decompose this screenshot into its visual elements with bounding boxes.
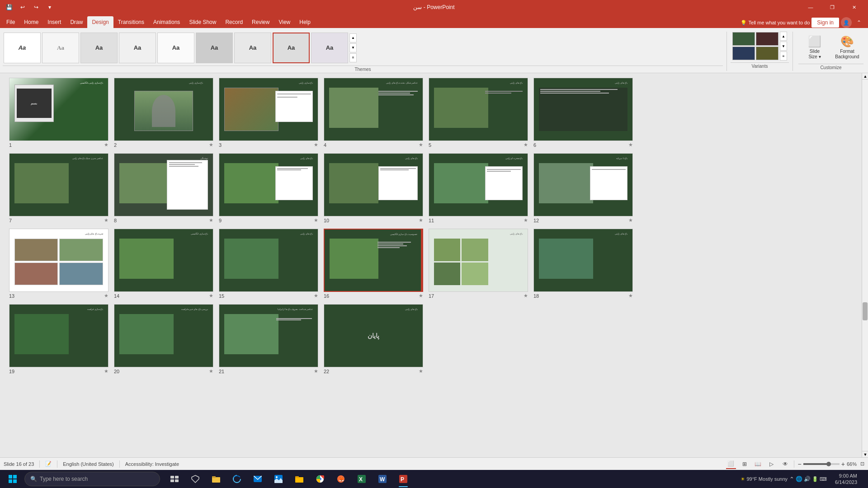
pin-button[interactable]: ▾: [44, 2, 55, 13]
tab-view[interactable]: View: [274, 16, 295, 28]
presenter-view-button[interactable]: 👁: [780, 459, 790, 469]
themes-scroll-down[interactable]: ▼: [349, 43, 357, 52]
start-button[interactable]: [2, 470, 24, 488]
variant-3[interactable]: [732, 47, 755, 60]
fit-slide-button[interactable]: ⊡: [860, 461, 864, 467]
scroll-down-button[interactable]: ▼: [862, 451, 868, 457]
folder-button[interactable]: [289, 470, 309, 488]
slide-image-11[interactable]: باغ صخره ای ژاپنی: [429, 153, 528, 216]
slide-image-12[interactable]: باغ تا دیرپایه: [533, 153, 633, 216]
tab-transitions[interactable]: Transitions: [113, 16, 149, 28]
slide-image-15[interactable]: باغ های ژاپنی: [219, 229, 318, 292]
slide-thumb-5[interactable]: باغ های ژاپنی 5 ★: [429, 78, 528, 148]
slide-thumb-15[interactable]: باغ های ژاپنی 15 ★: [219, 229, 318, 299]
clock-display[interactable]: 9:00 AM 6/14/2023: [832, 472, 860, 487]
variants-scroll-more[interactable]: ≡: [780, 52, 787, 61]
zoom-slider[interactable]: [803, 463, 840, 465]
slide-thumb-4[interactable]: عناصر شکل دهنده باغ های ژاپنی 4 ★: [324, 78, 423, 148]
tab-home[interactable]: Home: [19, 16, 43, 28]
minimize-button[interactable]: —: [800, 0, 821, 14]
slide-image-6[interactable]: باغ های ژاپنی: [533, 78, 633, 141]
reading-view-button[interactable]: 📖: [753, 459, 763, 469]
slide-panel[interactable]: بسم باغ سازی ژاپنی بانگلیسی 1 ★ باغ سازی…: [0, 73, 862, 457]
slide-thumb-11[interactable]: باغ صخره ای ژاپنی 11 ★: [429, 153, 528, 223]
slide-thumb-2[interactable]: باغ سازی ژاپنی 2 ★: [114, 78, 213, 148]
save-button[interactable]: 💾: [4, 2, 14, 13]
slide-thumb-21[interactable]: عناصر شناخت معروف باغ ها از ایرانیا 21 ★: [219, 304, 318, 374]
app9-button[interactable]: 🦊: [331, 470, 351, 488]
tab-insert[interactable]: Insert: [43, 16, 66, 28]
chrome-button[interactable]: [310, 470, 330, 488]
slide-thumb-14[interactable]: باغ سازی انگلیسی 14 ★: [114, 229, 213, 299]
taskview-button[interactable]: [165, 470, 184, 488]
tab-design[interactable]: Design: [87, 16, 113, 28]
slide-thumb-12[interactable]: باغ تا دیرپایه 12 ★: [533, 153, 633, 223]
slide-image-13[interactable]: تجربه باغ های ژاپنی: [9, 229, 108, 292]
keyboard-icon[interactable]: ⌨: [820, 476, 827, 482]
slide-thumb-6[interactable]: باغ های ژاپنی 6 ★: [533, 78, 633, 148]
sign-in-button[interactable]: Sign in: [811, 18, 839, 28]
theme-item-8[interactable]: Aa: [273, 33, 310, 63]
zoom-in-button[interactable]: +: [841, 460, 845, 468]
tab-file[interactable]: File: [2, 16, 19, 28]
slide-image-17[interactable]: باغ های ژاپنی: [429, 229, 528, 292]
restore-button[interactable]: ❐: [822, 0, 843, 14]
tab-draw[interactable]: Draw: [66, 16, 87, 28]
slide-thumb-7[interactable]: عناصر مدرن سبک باغ های ژاپنی 7 ★: [9, 153, 108, 223]
theme-item-4[interactable]: Aa: [119, 33, 156, 63]
theme-item-2[interactable]: Aa: [42, 33, 79, 63]
variant-4[interactable]: [756, 47, 778, 60]
theme-item-5[interactable]: Aa: [157, 33, 194, 63]
slide-thumb-10[interactable]: باغ های ژاپنی 10 ★: [324, 153, 423, 223]
tell-me-input[interactable]: 💡 Tell me what you want to do: [741, 20, 810, 26]
scroll-up-button[interactable]: ▲: [862, 73, 868, 80]
zoom-out-button[interactable]: −: [798, 460, 802, 468]
redo-button[interactable]: ↪: [31, 2, 42, 13]
right-scrollbar[interactable]: ▲ ▼: [862, 73, 868, 457]
variant-1[interactable]: [732, 32, 755, 46]
slide-thumb-22[interactable]: باغ های ژاپنی پایان 22 ★: [324, 304, 423, 374]
network-icon[interactable]: 🌐: [796, 476, 802, 482]
ribbon-collapse-button[interactable]: ⌃: [854, 17, 864, 28]
slide-thumb-9[interactable]: باغ های ژاپنی 9 ★: [219, 153, 318, 223]
slide-image-9[interactable]: باغ های ژاپنی: [219, 153, 318, 216]
slide-image-7[interactable]: عناصر مدرن سبک باغ های ژاپنی: [9, 153, 108, 216]
slide-image-4[interactable]: عناصر شکل دهنده باغ های ژاپنی: [324, 78, 423, 141]
theme-item-7[interactable]: Aa: [234, 33, 271, 63]
slide-thumb-20[interactable]: بررسی باغ های خیره قرانسه 20 ★: [114, 304, 213, 374]
slide-image-22[interactable]: باغ های ژاپنی پایان: [324, 304, 423, 367]
undo-button[interactable]: ↩: [17, 2, 28, 13]
slide-thumb-1[interactable]: بسم باغ سازی ژاپنی بانگلیسی 1 ★: [9, 78, 108, 148]
slide-image-3[interactable]: باغ سازی ژاپنی: [219, 78, 318, 141]
slide-thumb-16[interactable]: خصوصیت باغ سازی انگلیسی 16 ★: [324, 229, 423, 299]
normal-view-button[interactable]: ⬜: [726, 459, 736, 469]
slide-image-10[interactable]: باغ های ژاپنی: [324, 153, 423, 216]
slide-size-button[interactable]: ⬜ SlideSize ▾: [800, 33, 829, 61]
slide-image-1[interactable]: بسم باغ سازی ژاپنی بانگلیسی: [9, 78, 108, 141]
tab-help[interactable]: Help: [295, 16, 315, 28]
photos-button[interactable]: [269, 470, 288, 488]
slide-thumb-13[interactable]: تجربه باغ های ژاپنی 13 ★: [9, 229, 108, 299]
variants-scroll-up[interactable]: ▲: [780, 32, 787, 41]
theme-item-1[interactable]: Aa: [4, 33, 41, 63]
slide-image-5[interactable]: باغ های ژاپنی: [429, 78, 528, 141]
variant-2[interactable]: [756, 32, 778, 46]
close-button[interactable]: ✕: [844, 0, 864, 14]
slide-image-18[interactable]: باغ های ژاپنی: [533, 229, 633, 292]
user-avatar[interactable]: 👤: [841, 17, 852, 28]
slide-image-8[interactable]: نوشتگی: [114, 153, 213, 216]
slide-thumb-19[interactable]: باغ سازی فرانسه 19 ★: [9, 304, 108, 374]
tab-review[interactable]: Review: [247, 16, 274, 28]
theme-item-9[interactable]: Aa: [311, 33, 348, 63]
tab-slideshow[interactable]: Slide Show: [184, 16, 221, 28]
slide-thumb-18[interactable]: باغ های ژاپنی 18 ★: [533, 229, 633, 299]
slide-image-19[interactable]: باغ سازی فرانسه: [9, 304, 108, 367]
language-indicator[interactable]: English (United States): [63, 461, 114, 467]
weather-widget[interactable]: ☀ 99°F Mostly sunny: [741, 476, 788, 482]
scroll-thumb[interactable]: [863, 302, 868, 320]
variants-scroll-down[interactable]: ▼: [780, 42, 787, 51]
taskbar-search[interactable]: 🔍 Type here to search: [24, 472, 160, 486]
mail-button[interactable]: [248, 470, 268, 488]
battery-icon[interactable]: 🔋: [812, 476, 818, 482]
powerpoint-button[interactable]: P: [393, 470, 413, 488]
